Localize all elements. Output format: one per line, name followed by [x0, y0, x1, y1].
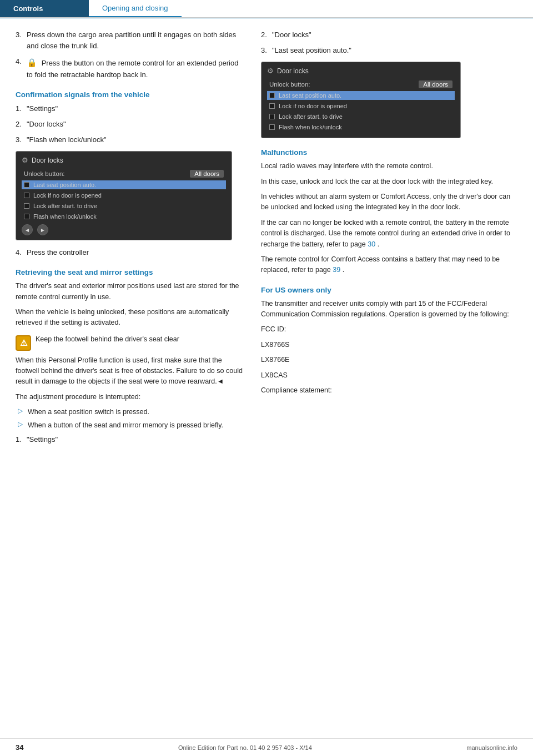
warning-box: ⚠ Keep the footwell behind the driver's …: [16, 334, 244, 351]
screen-1-unlock-row: Unlock button: All doors: [22, 169, 226, 179]
screen-2: ⚙ Door locks Unlock button: All doors La…: [261, 62, 461, 138]
screen-2-icon: ⚙: [267, 67, 274, 75]
bullet-2: ▷ When a button of the seat and mirror m…: [16, 420, 244, 431]
step-4b: 4. Press the controller: [16, 247, 244, 258]
conf-num-1: 1.: [16, 103, 27, 114]
retrieving-p1: The driver's seat and exterior mirror po…: [16, 281, 244, 303]
malfunction-p2: In this case, unlock and lock the car at…: [261, 177, 517, 187]
r-step-3: 3. "Last seat position auto.": [261, 45, 517, 56]
step-4-num: 4.: [16, 56, 27, 80]
footer-right-text: manualsonline.info: [466, 744, 517, 751]
malfunction-p5: The remote control for Comfort Access co…: [261, 254, 517, 276]
screen-1-left-arrow[interactable]: ◄: [22, 224, 33, 235]
screen-1-nav: ◄ ►: [22, 224, 226, 235]
lx8766e: LX8766E: [261, 355, 517, 365]
conf-text-3: "Flash when lock/unlock": [27, 134, 244, 145]
screen-1-cb-2: Lock if no door is opened: [22, 191, 226, 200]
screen-2-unlock-label: Unlock button:: [269, 81, 419, 88]
warning-text: Keep the footwell behind the driver's se…: [36, 334, 179, 345]
screen-2-cb-label-2: Lock if no door is opened: [279, 103, 347, 109]
screen-2-titlebar: ⚙ Door locks: [267, 67, 455, 75]
for-us-p1: The transmitter and receiver units compl…: [261, 299, 517, 320]
compliance: Compliance statement:: [261, 385, 517, 396]
page-header: Controls Opening and closing: [0, 0, 533, 18]
step-1b: 1. "Settings": [16, 434, 244, 445]
conf-num-2: 2.: [16, 119, 27, 130]
lx8766s: LX8766S: [261, 340, 517, 350]
screen-1: ⚙ Door locks Unlock button: All doors La…: [16, 151, 232, 240]
screen-2-cb-label-1: Last seat position auto.: [279, 92, 341, 99]
step-1b-num: 1.: [16, 434, 27, 445]
screen-2-checkbox-4: [269, 124, 275, 130]
screen-2-title: Door locks: [277, 67, 309, 75]
lx8cas: LX8CAS: [261, 370, 517, 381]
screen-1-unlock-value: All doors: [190, 170, 224, 178]
step-3-text: Press down the cargo area partition unti…: [27, 29, 244, 52]
r-step-2-num: 2.: [261, 29, 272, 41]
conf-item-1: 1. "Settings": [16, 103, 244, 114]
screen-1-checkbox-2: [24, 193, 29, 198]
screen-1-titlebar: ⚙ Door locks: [22, 156, 226, 164]
screen-1-title: Door locks: [32, 157, 63, 164]
screen-1-checkbox-3: [24, 203, 29, 209]
page-footer: 34 Online Edition for Part no. 01 40 2 9…: [0, 738, 533, 756]
malfunction-p4: If the car can no longer be locked with …: [261, 218, 517, 250]
screen-2-cb-4: Flash when lock/unlock: [267, 123, 455, 132]
for-us-heading: For US owners only: [261, 286, 517, 294]
screen-1-unlock-label: Unlock button:: [24, 170, 190, 177]
bullet-text-1: When a seat position switch is pressed.: [28, 407, 149, 417]
malfunction-p3: In vehicles without an alarm system or C…: [261, 191, 517, 213]
step-3-num: 3.: [16, 29, 27, 52]
warning-paragraph: When this Personal Profile function is u…: [16, 355, 244, 387]
opening-closing-label: Opening and closing: [102, 4, 168, 12]
r-step-2-text: "Door locks": [272, 29, 517, 41]
fcc-id: FCC ID:: [261, 324, 517, 335]
conf-num-3: 3.: [16, 134, 27, 145]
screen-1-cb-label-3: Lock after start. to drive: [33, 203, 97, 209]
malfunction-link-1[interactable]: 30: [368, 240, 375, 248]
footer-center-text: Online Edition for Part no. 01 40 2 957 …: [178, 744, 312, 751]
screen-1-icon: ⚙: [22, 156, 28, 164]
screen-2-checkbox-2: [269, 103, 275, 109]
retrieving-heading: Retrieving the seat and mirror settings: [16, 268, 244, 276]
conf-item-2: 2. "Door locks": [16, 119, 244, 130]
screen-1-cb-label-4: Flash when lock/unlock: [33, 213, 97, 220]
step-3: 3. Press down the cargo area partition u…: [16, 29, 244, 52]
warning-icon: ⚠: [16, 335, 31, 351]
bullet-1: ▷ When a seat position switch is pressed…: [16, 407, 244, 417]
screen-2-checkbox-3: [269, 114, 275, 119]
bullet-arrow-1: ▷: [18, 407, 24, 417]
bullet-arrow-2: ▷: [18, 420, 24, 431]
step-4b-num: 4.: [16, 247, 27, 258]
step-1b-text: "Settings": [27, 434, 244, 445]
screen-2-cb-3: Lock after start. to drive: [267, 112, 455, 121]
controls-label: Controls: [13, 4, 43, 13]
left-column: 3. Press down the cargo area partition u…: [0, 29, 255, 450]
malfunction-link-2[interactable]: 39: [333, 266, 340, 274]
malfunctions-heading: Malfunctions: [261, 148, 517, 157]
screen-2-cb-label-3: Lock after start. to drive: [279, 113, 343, 120]
screen-1-checkbox-4: [24, 214, 29, 219]
screen-1-checkbox-1: [24, 182, 29, 188]
main-content: 3. Press down the cargo area partition u…: [0, 18, 533, 450]
step-4-icon: 🔒: [27, 58, 37, 67]
interrupted-label: The adjustment procedure is interrupted:: [16, 392, 244, 402]
screen-1-cb-4: Flash when lock/unlock: [22, 212, 226, 221]
screen-1-cb-1: Last seat position auto.: [22, 180, 226, 189]
screen-2-unlock-row: Unlock button: All doors: [267, 79, 455, 89]
confirmation-heading: Confirmation signals from the vehicle: [16, 90, 244, 99]
screen-2-cb-2: Lock if no door is opened: [267, 102, 455, 110]
conf-text-2: "Door locks": [27, 119, 244, 130]
r-step-3-num: 3.: [261, 45, 272, 56]
step-4-text: 🔒 Press the button on the remote control…: [27, 56, 244, 80]
screen-1-right-arrow[interactable]: ►: [37, 224, 48, 235]
opening-closing-tab[interactable]: Opening and closing: [89, 0, 182, 17]
bullet-text-2: When a button of the seat and mirror mem…: [28, 420, 223, 431]
screen-1-cb-3: Lock after start. to drive: [22, 201, 226, 210]
controls-tab[interactable]: Controls: [0, 0, 89, 17]
screen-1-cb-label-1: Last seat position auto.: [33, 182, 96, 188]
screen-2-checkbox-1: [269, 93, 275, 98]
r-step-2: 2. "Door locks": [261, 29, 517, 41]
right-column: 2. "Door locks" 3. "Last seat position a…: [255, 29, 533, 450]
conf-item-3: 3. "Flash when lock/unlock": [16, 134, 244, 145]
